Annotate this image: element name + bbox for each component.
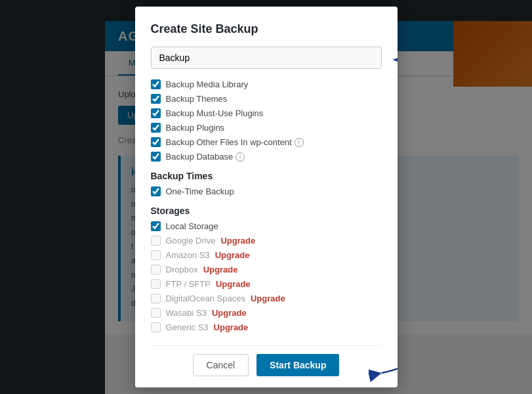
backup-other-checkbox[interactable] (151, 137, 161, 147)
backup-themes-checkbox[interactable] (151, 94, 161, 104)
backup-must-use-checkbox[interactable] (151, 108, 161, 118)
generic-s3-checkbox (151, 322, 161, 332)
backup-plugins-label: Backup Plugins (166, 123, 225, 133)
wasabi-label: Wasabi S3 Upgrade (166, 308, 247, 318)
modal-title: Create Site Backup (151, 22, 382, 36)
dropbox-label: Dropbox Upgrade (166, 265, 238, 274)
backup-name-input[interactable] (151, 47, 382, 69)
generic-s3-upgrade-link[interactable]: Upgrade (214, 322, 249, 332)
google-drive-checkbox (151, 236, 161, 246)
amazon-s3-label: Amazon S3 Upgrade (166, 250, 250, 260)
storage-digitalocean-row: DigitalOcean Spaces Upgrade (151, 294, 382, 303)
backup-must-use-label: Backup Must-Use Plugins (166, 108, 264, 118)
amazon-s3-checkbox (151, 250, 161, 260)
checkbox-media-row: Backup Media Library (151, 79, 382, 89)
digitalocean-checkbox (151, 294, 161, 303)
checkbox-must-use-row: Backup Must-Use Plugins (151, 108, 382, 118)
storages-section-label: Storages (151, 206, 382, 216)
checkbox-db-row: Backup Database i (151, 152, 382, 162)
backup-db-checkbox[interactable] (151, 152, 161, 162)
google-drive-upgrade-link[interactable]: Upgrade (220, 236, 255, 246)
one-time-backup-label: One-Time Backup (166, 186, 234, 196)
storage-google-drive-row: Google Drive Upgrade (151, 236, 382, 246)
local-storage-checkbox[interactable] (151, 221, 161, 231)
amazon-s3-upgrade-link[interactable]: Upgrade (215, 250, 250, 260)
backup-other-info-icon[interactable]: i (295, 138, 304, 147)
modal-overlay: Create Site Backup Backup Media Library … (0, 0, 532, 394)
storage-generic-s3-row: Generic S3 Upgrade (151, 322, 382, 332)
wasabi-checkbox (151, 308, 161, 318)
ftp-checkbox (151, 279, 161, 289)
dropbox-upgrade-link[interactable]: Upgrade (203, 265, 238, 274)
wasabi-upgrade-link[interactable]: Upgrade (212, 308, 247, 318)
digitalocean-upgrade-link[interactable]: Upgrade (251, 294, 285, 303)
name-arrow-icon (388, 52, 398, 68)
checkbox-themes-row: Backup Themes (151, 94, 382, 104)
storage-ftp-row: FTP / SFTP Upgrade (151, 279, 382, 289)
backup-times-section-label: Backup Times (151, 171, 382, 181)
modal-footer: Cancel Start Backup (151, 345, 382, 376)
backup-db-info-icon[interactable]: i (235, 152, 245, 162)
cancel-button[interactable]: Cancel (193, 354, 249, 376)
storage-dropbox-row: Dropbox Upgrade (151, 265, 382, 274)
start-backup-button[interactable]: Start Backup (256, 354, 339, 376)
storage-wasabi-row: Wasabi S3 Upgrade (151, 308, 382, 318)
start-arrow-icon (369, 330, 398, 383)
generic-s3-label: Generic S3 Upgrade (166, 322, 249, 332)
backup-themes-label: Backup Themes (166, 94, 228, 104)
local-storage-label: Local Storage (166, 221, 218, 231)
create-backup-modal: Create Site Backup Backup Media Library … (135, 7, 398, 387)
backup-db-label: Backup Database i (166, 152, 245, 162)
backup-plugins-checkbox[interactable] (151, 123, 161, 133)
one-time-backup-row: One-Time Backup (151, 186, 382, 196)
backup-name-row (151, 47, 382, 69)
backup-media-checkbox[interactable] (151, 79, 161, 89)
backup-other-label: Backup Other Files In wp-content i (166, 137, 304, 147)
one-time-backup-checkbox[interactable] (151, 186, 161, 196)
backup-media-label: Backup Media Library (166, 79, 249, 89)
ftp-label: FTP / SFTP Upgrade (166, 279, 251, 289)
ftp-upgrade-link[interactable]: Upgrade (216, 279, 251, 289)
digitalocean-label: DigitalOcean Spaces Upgrade (166, 294, 285, 303)
checkbox-plugins-row: Backup Plugins (151, 123, 382, 133)
dropbox-checkbox (151, 265, 161, 274)
storage-local-row: Local Storage (151, 221, 382, 231)
checkbox-other-row: Backup Other Files In wp-content i (151, 137, 382, 147)
storage-amazon-s3-row: Amazon S3 Upgrade (151, 250, 382, 260)
google-drive-label: Google Drive Upgrade (166, 236, 256, 246)
